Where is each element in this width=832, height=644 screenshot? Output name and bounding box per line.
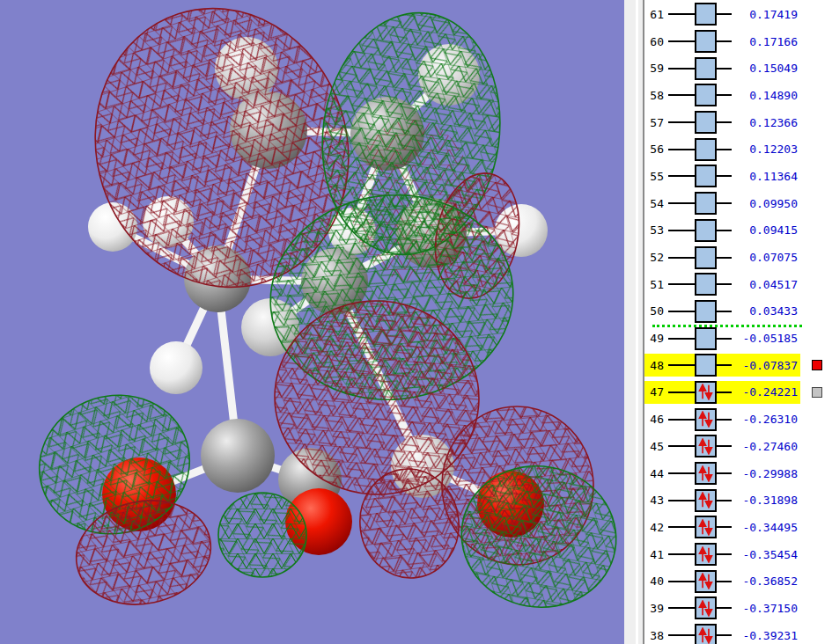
orbital-row-band: 52 0.07075 xyxy=(644,246,800,269)
orbital-row[interactable]: 40 -0.36852 xyxy=(644,567,832,595)
orbital-box[interactable] xyxy=(695,84,717,106)
orbital-energy: 0.11364 xyxy=(732,170,800,183)
orbital-box[interactable] xyxy=(695,570,717,593)
orbital-row-band: 40 -0.36852 xyxy=(644,570,800,593)
orbital-row[interactable]: 54 0.09950 xyxy=(644,190,832,217)
orbital-row[interactable]: 56 0.12203 xyxy=(644,135,832,163)
orbital-box[interactable] xyxy=(695,111,717,134)
orbital-row[interactable]: 52 0.07075 xyxy=(644,244,832,271)
orbital-box[interactable] xyxy=(695,462,717,485)
level-line-left xyxy=(668,553,695,555)
orbital-box[interactable] xyxy=(695,354,717,377)
orbital-row-band: 51 0.04517 xyxy=(644,273,800,296)
orbital-row[interactable]: 58 0.14890 xyxy=(644,82,832,109)
orbital-box[interactable] xyxy=(695,57,717,80)
level-line-right xyxy=(717,175,732,177)
orbital-row-band: 54 0.09950 xyxy=(644,192,800,215)
orbital-box[interactable] xyxy=(695,138,717,161)
orbital-row[interactable]: 47 -0.24221 xyxy=(644,379,832,406)
level-line-right xyxy=(717,445,732,447)
orbital-row[interactable]: 57 0.12366 xyxy=(644,109,832,136)
orbital-energy: 0.09415 xyxy=(732,223,800,237)
orbital-box[interactable] xyxy=(695,219,717,242)
orbital-row[interactable]: 45 -0.27460 xyxy=(644,433,832,460)
orbital-box[interactable] xyxy=(695,624,717,644)
orbital-box[interactable] xyxy=(695,516,717,538)
electron-arrows xyxy=(697,600,714,617)
orbital-row-band: 48 -0.07837 xyxy=(644,354,800,377)
orbital-marker[interactable] xyxy=(812,360,822,370)
orbital-row[interactable]: 51 0.04517 xyxy=(644,271,832,298)
orbital-number: 59 xyxy=(650,62,664,75)
orbital-box[interactable] xyxy=(695,30,717,53)
orbital-box[interactable] xyxy=(695,327,717,350)
orbital-row-band: 42 -0.34495 xyxy=(644,516,800,538)
orbital-row[interactable]: 39 -0.37150 xyxy=(644,595,832,622)
orbital-row[interactable]: 43 -0.31898 xyxy=(644,487,832,514)
orbital-row-band: 39 -0.37150 xyxy=(644,596,800,619)
level-line-right xyxy=(717,500,732,501)
orbital-box[interactable] xyxy=(695,408,717,431)
level-line-left xyxy=(668,419,695,421)
orbital-box[interactable] xyxy=(695,381,717,404)
orbital-energy: -0.05185 xyxy=(732,332,800,345)
orbital-box[interactable] xyxy=(695,543,717,566)
orbital-number: 48 xyxy=(650,359,664,372)
electron-arrows xyxy=(697,546,714,563)
level-line-left xyxy=(668,230,695,231)
panel-divider[interactable] xyxy=(624,0,644,644)
orbital-number: 47 xyxy=(650,385,664,399)
orbital-row-band: 59 0.15049 xyxy=(644,57,800,80)
orbital-row[interactable]: 46 -0.26310 xyxy=(644,406,832,433)
orbital-energy: 0.17166 xyxy=(732,35,800,48)
orbital-energy: 0.12366 xyxy=(732,116,800,129)
orbital-row[interactable]: 60 0.17166 xyxy=(644,28,832,55)
orbital-energy: -0.26310 xyxy=(732,413,800,426)
orbital-row[interactable]: 44 -0.29988 xyxy=(644,460,832,487)
orbital-box[interactable] xyxy=(695,273,717,296)
level-line-left xyxy=(668,581,695,582)
orbital-row-band: 46 -0.26310 xyxy=(644,408,800,431)
orbital-number: 56 xyxy=(650,143,664,156)
orbital-marker[interactable] xyxy=(812,387,822,398)
orbital-row[interactable]: 50 0.03433 xyxy=(644,298,832,326)
level-line-left xyxy=(668,338,695,340)
orbital-row[interactable]: 38 -0.39231 xyxy=(644,622,832,644)
orbital-row[interactable]: 61 0.17419 xyxy=(644,1,832,28)
electron-arrows xyxy=(697,492,714,509)
orbital-row[interactable]: 48 -0.07837 xyxy=(644,352,832,379)
orbital-energy: 0.15049 xyxy=(732,62,800,75)
orbital-box[interactable] xyxy=(695,596,717,619)
level-line-left xyxy=(668,257,695,259)
electron-arrows xyxy=(697,465,714,482)
orbital-box[interactable] xyxy=(695,489,717,512)
molecule-viewport[interactable] xyxy=(0,0,624,644)
orbital-row[interactable]: 59 0.15049 xyxy=(644,55,832,82)
orbital-box[interactable] xyxy=(695,3,717,26)
orbital-row[interactable]: 49 -0.05185 xyxy=(644,325,832,352)
orbital-box[interactable] xyxy=(695,165,717,187)
orbital-box[interactable] xyxy=(695,435,717,457)
carbon-atom xyxy=(201,419,275,493)
orbital-energy: -0.34495 xyxy=(732,521,800,534)
level-line-left xyxy=(668,13,695,15)
level-line-right xyxy=(717,419,732,421)
orbital-box[interactable] xyxy=(695,246,717,269)
orbital-row[interactable]: 55 0.11364 xyxy=(644,163,832,190)
orbital-box[interactable] xyxy=(695,192,717,215)
electron-arrows xyxy=(697,438,714,455)
orbital-row[interactable]: 41 -0.35454 xyxy=(644,541,832,568)
level-line-right xyxy=(717,94,732,96)
orbital-row-band: 60 0.17166 xyxy=(644,30,800,53)
orbital-energy: -0.36852 xyxy=(732,574,800,588)
level-line-right xyxy=(717,230,732,231)
orbital-number: 57 xyxy=(650,116,664,129)
electron-arrows xyxy=(697,573,714,589)
orbital-row-band: 49 -0.05185 xyxy=(644,327,800,350)
orbital-row[interactable]: 53 0.09415 xyxy=(644,217,832,245)
orbital-energy-diagram: 61 0.17419 60 xyxy=(644,0,832,644)
orbital-number: 38 xyxy=(650,629,664,642)
level-line-right xyxy=(717,338,732,340)
orbital-box[interactable] xyxy=(695,300,717,323)
orbital-row[interactable]: 42 -0.34495 xyxy=(644,514,832,541)
